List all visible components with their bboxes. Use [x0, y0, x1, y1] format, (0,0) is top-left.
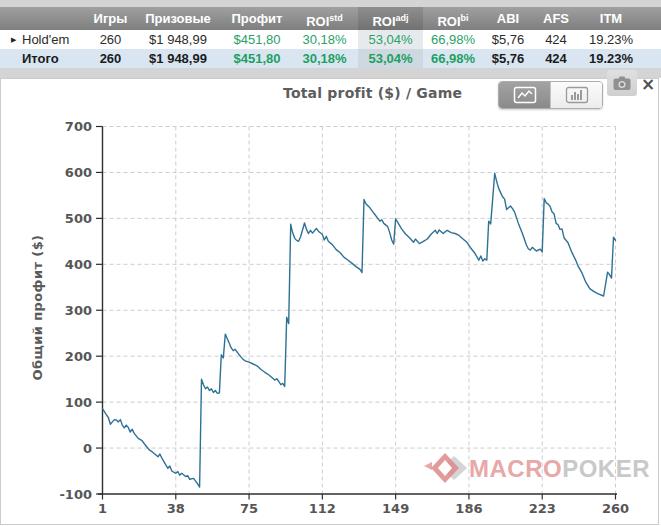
watermark-macro-text: MACRO [469, 455, 562, 483]
bar-chart-icon [565, 86, 589, 104]
roi-std-value: 30,18% [291, 49, 358, 68]
line-chart-icon [513, 86, 537, 104]
roi-bi-value: 66,98% [423, 49, 483, 68]
col-header-itm[interactable]: ITM [579, 7, 643, 30]
profit-value: $451,80 [223, 30, 291, 49]
y-axis-label: Общий профит ($) [30, 213, 45, 403]
roi-adj-value: 53,04% [358, 49, 423, 68]
row-spacer [643, 30, 661, 49]
roi-bi-label: ROI [437, 14, 460, 29]
prizes-value: $1 948,99 [133, 49, 223, 68]
games-value: 260 [88, 49, 133, 68]
afs-value: 424 [533, 49, 579, 68]
results-table: Игры Призовые Профит ROIstd ROIadj ROIbi… [0, 7, 661, 68]
bar-view-button[interactable] [550, 82, 602, 108]
roi-adj-value: 53,04% [358, 30, 423, 49]
col-header-prizes[interactable]: Призовые [133, 7, 223, 30]
chart-title: Total profit ($) / Game [283, 85, 462, 101]
table-row-total[interactable]: Итого 260 $1 948,99 $451,80 30,18% 53,04… [0, 49, 661, 68]
col-header-spacer [643, 7, 661, 30]
roi-bi-sup: bi [461, 13, 469, 23]
abi-value: $5,76 [483, 30, 533, 49]
camera-icon [613, 76, 631, 91]
itm-value: 19.23% [579, 49, 643, 68]
roi-std-value: 30,18% [291, 30, 358, 49]
abi-value: $5,76 [483, 49, 533, 68]
roi-adj-label: ROI [372, 14, 395, 29]
col-header-roi-bi[interactable]: ROIbi [423, 7, 483, 30]
col-header-profit[interactable]: Профит [223, 7, 291, 30]
game-type-label: Hold'em [22, 32, 69, 47]
table-header-row: Игры Призовые Профит ROIstd ROIadj ROIbi… [0, 7, 661, 30]
close-chart-button[interactable]: × [641, 74, 655, 94]
macropoker-watermark: MACROPOKER [423, 450, 650, 488]
roi-std-label: ROI [306, 14, 329, 29]
col-header-abi[interactable]: ABI [483, 7, 533, 30]
chart-view-toggle [498, 81, 603, 109]
row-name: Итого [0, 49, 88, 68]
col-header-roi-adj[interactable]: ROIadj [358, 7, 423, 30]
col-header-games[interactable]: Игры [88, 7, 133, 30]
roi-bi-value: 66,98% [423, 30, 483, 49]
itm-value: 19.23% [579, 30, 643, 49]
line-view-button[interactable] [499, 82, 550, 108]
total-label: Итого [22, 51, 59, 66]
col-header-name[interactable] [0, 7, 88, 30]
expander-icon[interactable]: ▶ [11, 30, 16, 49]
app-window: Игры Призовые Профит ROIstd ROIadj ROIbi… [0, 0, 661, 526]
table-row-holdem[interactable]: ▶Hold'em 260 $1 948,99 $451,80 30,18% 53… [0, 30, 661, 49]
row-name: ▶Hold'em [0, 30, 88, 49]
roi-adj-sup: adj [396, 13, 409, 23]
separator-band [0, 68, 661, 78]
games-value: 260 [88, 30, 133, 49]
col-header-afs[interactable]: AFS [533, 7, 579, 30]
col-header-roi-std[interactable]: ROIstd [291, 7, 358, 30]
screenshot-button[interactable] [607, 70, 637, 96]
watermark-poker-text: POKER [562, 455, 650, 483]
top-strip [0, 0, 661, 7]
afs-value: 424 [533, 30, 579, 49]
profit-value: $451,80 [223, 49, 291, 68]
row-spacer [643, 49, 661, 68]
macropoker-logo-icon [423, 450, 469, 488]
prizes-value: $1 948,99 [133, 30, 223, 49]
roi-std-sup: std [329, 13, 343, 23]
